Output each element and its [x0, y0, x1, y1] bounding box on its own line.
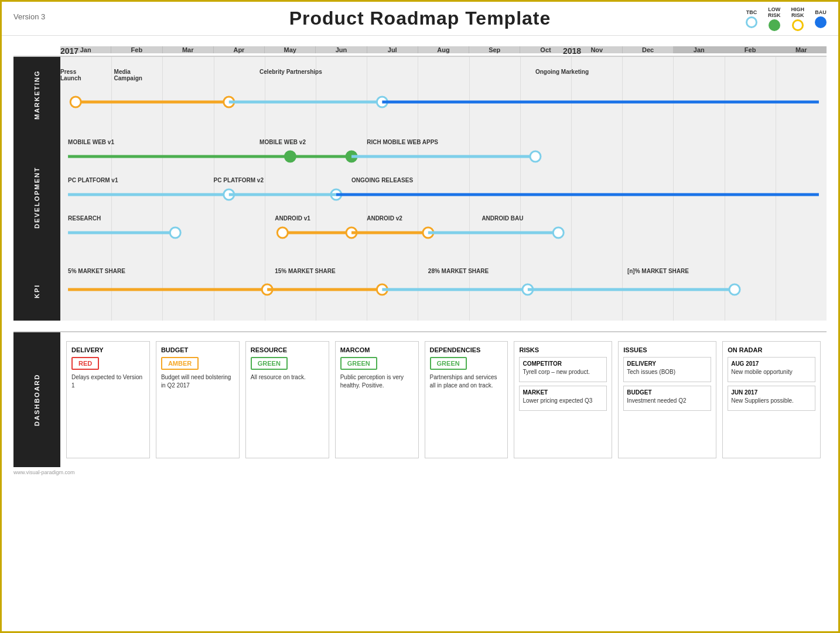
footer-text: www.visual-paradigm.com [13, 469, 75, 475]
issues-budget-title: BUDGET [627, 389, 708, 396]
android-svg [60, 226, 827, 240]
radar-title: ON RADAR [728, 346, 815, 353]
kpi-28pct-label: 28% MARKET SHARE [428, 268, 489, 274]
months-row: Jan Feb Mar Apr May Jun Jul Aug Sep Oct … [60, 46, 827, 53]
marketing-label: MARKETING [13, 57, 60, 133]
budget-card: BUDGET AMBER Budget will need bolstering… [156, 341, 240, 458]
resource-text: All resource on track. [251, 373, 324, 382]
kpi-svg [60, 283, 827, 297]
resource-card: RESOURCE GREEN All resource on track. [245, 341, 329, 458]
svg-point-20 [277, 227, 288, 238]
android-v2-label: ANDROID v2 [367, 215, 402, 222]
year-2018: 2018 [563, 46, 581, 56]
mobile-web-svg [60, 149, 827, 164]
issues-delivery: DELIVERY Tech issues (BOB) [623, 357, 711, 382]
dashboard-section: DASHBOARD DELIVERY RED Delays expected t… [13, 331, 827, 467]
radar-card: ON RADAR AUG 2017 New mobile opportunity… [722, 341, 821, 458]
legend-bau-label: BAU [815, 9, 827, 15]
legend-bau: BAU [815, 9, 827, 28]
legend-low-circle [769, 19, 780, 31]
budget-text: Budget will need bolstering in Q2 2017 [161, 373, 234, 390]
kpi-5pct-label: 5% MARKET SHARE [68, 268, 125, 274]
risks-market-title: MARKET [523, 389, 603, 396]
legend-low-label: LOWRISK [768, 6, 781, 18]
radar-aug-text: New mobile opportunity [731, 369, 812, 375]
legend-high: HIGHRISK [791, 6, 805, 31]
legend-bau-circle [815, 16, 827, 28]
month-mar-2018: Mar [776, 46, 827, 53]
risks-competitor-text: Tyrell corp – new product. [523, 369, 603, 375]
kpi-15pct-label: 15% MARKET SHARE [275, 268, 335, 274]
issues-budget: BUDGET Investment needed Q2 [623, 386, 711, 411]
resource-title: RESOURCE [251, 346, 324, 353]
press-launch-label: PressLaunch [60, 69, 81, 81]
risks-card: RISKS COMPETITOR Tyrell corp – new produ… [514, 341, 612, 458]
dashboard-content: DELIVERY RED Delays expected to Version … [60, 332, 827, 467]
month-jun: Jun [316, 46, 367, 53]
issues-budget-text: Investment needed Q2 [627, 397, 708, 404]
celebrity-partnerships-label: Celebrity Partnerships [259, 69, 322, 75]
page-title: Product Roadmap Template [13, 8, 827, 29]
radar-jun-text: New Suppliers possible. [731, 397, 812, 404]
year-2017: 2017 [60, 46, 78, 56]
issues-title: ISSUES [623, 346, 711, 353]
budget-badge: AMBER [161, 357, 199, 370]
legend-high-circle [792, 19, 804, 31]
legend-tbc: TBC [746, 9, 757, 28]
legend-low: LOWRISK [768, 6, 781, 31]
marketing-section: MARKETING PressLaunch MediaCampaign [13, 56, 827, 132]
svg-point-33 [729, 284, 740, 295]
month-sep: Sep [469, 46, 520, 53]
legend: TBC LOWRISK HIGHRISK BAU [746, 6, 827, 31]
delivery-title: DELIVERY [71, 346, 145, 353]
media-campaign-label: MediaCampaign [114, 69, 142, 81]
svg-point-25 [553, 227, 564, 238]
issues-card: ISSUES DELIVERY Tech issues (BOB) BUDGET… [618, 341, 716, 458]
mobile-web-v2-label: MOBILE WEB v2 [259, 139, 306, 145]
legend-tbc-label: TBC [746, 9, 757, 15]
footer: www.visual-paradigm.com [2, 467, 838, 478]
radar-aug: AUG 2017 New mobile opportunity [728, 357, 815, 382]
mobile-web-v1-label: MOBILE WEB v1 [68, 139, 114, 145]
android-v1-label: ANDROID v1 [275, 215, 310, 222]
month-mar: Mar [163, 46, 214, 53]
svg-point-11 [530, 151, 541, 162]
ongoing-marketing-label: Ongoing Marketing [535, 69, 589, 75]
marcom-text: Public perception is very healthy. Posit… [340, 373, 414, 390]
issues-delivery-title: DELIVERY [627, 360, 708, 367]
pc-platform-v2-label: PC PLATFORM v2 [214, 177, 264, 183]
kpi-label: KPI [13, 262, 60, 321]
rich-mobile-label: RICH MOBILE WEB APPS [367, 139, 438, 145]
month-may: May [265, 46, 316, 53]
delivery-text: Delays expected to Version 1 [71, 373, 145, 390]
legend-high-label: HIGHRISK [791, 6, 805, 18]
kpi-content: 5% MARKET SHARE 15% MARKET SHARE 28% MAR… [60, 262, 827, 321]
month-feb-2018: Feb [725, 46, 776, 53]
marketing-content: PressLaunch MediaCampaign Celebrity Part… [60, 57, 827, 133]
risks-market-text: Lower pricing expected Q3 [523, 397, 603, 404]
marcom-badge: GREEN [340, 357, 377, 370]
marcom-card: MARCOM GREEN Public perception is very h… [335, 341, 419, 458]
svg-point-1 [70, 97, 81, 107]
risks-market: MARKET Lower pricing expected Q3 [519, 386, 607, 411]
ongoing-releases-label: ONGOING RELEASES [351, 177, 413, 183]
header: Version 3 Product Roadmap Template TBC L… [2, 2, 838, 36]
pc-platform-v1-label: PC PLATFORM v1 [68, 177, 118, 183]
month-jul: Jul [367, 46, 418, 53]
month-aug: Aug [418, 46, 469, 53]
celebrity-partnerships-item: Celebrity Partnerships [259, 69, 322, 77]
delivery-badge: RED [71, 357, 99, 370]
month-jan-2018: Jan [674, 46, 725, 53]
risks-title: RISKS [519, 346, 607, 353]
kpi-npct-label: [n]% MARKET SHARE [627, 268, 689, 274]
month-apr: Apr [214, 46, 265, 53]
marcom-title: MARCOM [340, 346, 414, 353]
development-label: DEVELOPMENT [13, 133, 60, 262]
development-content: MOBILE WEB v1 MOBILE WEB v2 RICH MOBILE … [60, 133, 827, 262]
android-bau-label: ANDROID BAU [482, 215, 523, 222]
svg-point-18 [170, 227, 180, 238]
research-label: RESEARCH [68, 215, 101, 222]
media-campaign-item: MediaCampaign [114, 69, 142, 84]
dependencies-badge: GREEN [430, 357, 467, 370]
pc-platform-svg [60, 188, 827, 202]
